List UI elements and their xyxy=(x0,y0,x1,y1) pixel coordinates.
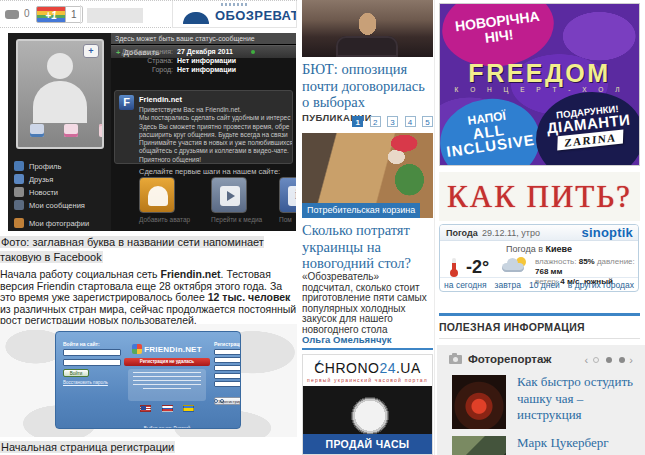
menu-item-news: Новости xyxy=(14,181,109,193)
camera-icon xyxy=(449,355,462,364)
menu-item-photos: Мои фотографии xyxy=(14,212,109,224)
photoreport-title: Фоторепортаж xyxy=(468,353,552,365)
register-password2-input xyxy=(214,381,241,387)
rubric-badge[interactable]: Потребительская корзина xyxy=(302,203,420,218)
tomorrow-link[interactable]: завтра xyxy=(495,280,521,290)
register-name-input xyxy=(214,349,241,355)
register-password-input xyxy=(214,373,241,379)
welcome-title: Friendin.net xyxy=(139,95,182,104)
weather-widget: Погода 29.12.11, утро sinoptik Погода в … xyxy=(439,224,639,292)
carousel-dot-3[interactable] xyxy=(619,357,625,363)
login-form: Войти на сайт: Войти Восстановить пароль xyxy=(63,341,121,385)
registration-center: FRIENDin.NET Регистрация не удалась Выбо… xyxy=(124,338,210,429)
status-message-bar: Здесь может быть ваше статус-сообщение xyxy=(111,33,296,45)
gender-radio-row xyxy=(214,389,241,395)
blue-divider-right xyxy=(439,313,640,316)
carousel-controls: ‹ › xyxy=(585,354,633,366)
page-4-button[interactable]: 4 xyxy=(405,116,416,127)
logo-globe-icon xyxy=(183,12,209,24)
menu-item-messages: Мои сообщения xyxy=(14,194,109,206)
weather-city-line: Погода в Киеве xyxy=(440,244,638,254)
weather-header: Погода 29.12.11, утро sinoptik xyxy=(440,225,638,241)
sell-watch-button[interactable]: ПРОДАЙ ЧАСЫ xyxy=(303,434,432,454)
page-1-button[interactable]: 1 xyxy=(352,116,363,127)
messages-icon xyxy=(14,200,24,210)
tea-cup-photo[interactable] xyxy=(452,375,506,429)
google-plusone-button[interactable]: +1 xyxy=(36,6,66,23)
site-logo[interactable]: ОБОЗРЕВАТ xyxy=(172,1,297,28)
drinks-circle: НАПОЇ ALL INCLUSIVE xyxy=(439,92,545,166)
welcome-text: Приветствуем Вас на Friendin.net. Мы пос… xyxy=(139,106,291,164)
add-avatar-tile-icon xyxy=(139,177,175,213)
carousel-next-arrow[interactable]: › xyxy=(629,354,633,366)
register-button: Зарегистрироваться xyxy=(214,397,241,405)
menu-item-profile: Профиль xyxy=(14,155,109,167)
photoreport-item-tea[interactable]: Как быстро остудить чашку чая – инструкц… xyxy=(517,374,639,424)
ua-flag-icon xyxy=(183,405,194,412)
media-tile-icon xyxy=(211,177,247,213)
column-separator xyxy=(434,0,435,455)
politician-photo[interactable] xyxy=(302,0,433,57)
screenshot-caption: Начальная страница регистрации xyxy=(0,440,297,455)
photoreport-header: Фоторепортаж ‹ › xyxy=(449,353,633,367)
logo-dots-decoration xyxy=(221,3,247,6)
chrono24-ad[interactable]: ✓ CHRONO24.UA первый украинский часовой … xyxy=(302,354,433,455)
useful-info-header: ПОЛЕЗНАЯ ИНФОРМАЦИЯ xyxy=(439,321,640,339)
login-password-input xyxy=(63,359,121,366)
comment-count[interactable]: 0 xyxy=(24,8,30,19)
registration-banner: Регистрация не удалась xyxy=(124,358,210,366)
carousel-prev-arrow[interactable]: ‹ xyxy=(585,354,589,366)
language-selector-label: Выбор языка: Русский xyxy=(124,426,210,429)
media-tile-label: Перейти к медиа xyxy=(211,216,263,224)
forgot-password-link: Восстановить пароль xyxy=(63,380,121,385)
register-surname-input xyxy=(214,357,241,363)
sinoptik-logo[interactable]: sinoptik xyxy=(582,225,633,240)
avatar-silhouette-body xyxy=(33,81,87,123)
photoreport-widget: Фоторепортаж ‹ › Как быстро остудить чаш… xyxy=(437,345,645,455)
other-cities-link[interactable]: в других городах xyxy=(568,280,634,290)
thermometer-icon xyxy=(452,258,456,273)
login-form-title: Войти на сайт: xyxy=(63,341,121,347)
page-3-button[interactable]: 3 xyxy=(387,116,398,127)
friendin-link[interactable]: Friendin.net xyxy=(160,268,220,280)
author-link[interactable]: Ольга Омельянчук xyxy=(302,334,391,345)
profile-menu: Профиль Друзья Новости Мои сообщения Мои… xyxy=(14,155,109,231)
friends-mini-icon xyxy=(64,124,78,137)
profile-sidebar: + Профиль Друзья Новости Мои сообщения М… xyxy=(8,33,111,231)
online-status-dot xyxy=(251,50,255,54)
carousel-dot-2[interactable] xyxy=(606,357,612,363)
article-summary: «Обозреватель» подсчитал, сколько стоит … xyxy=(302,272,431,335)
friendin-f-logo: F xyxy=(119,95,134,110)
page-5-button[interactable]: 5 xyxy=(422,116,433,127)
share-widget-placeholder[interactable] xyxy=(87,8,143,23)
first-steps-title: Сделайте первые шаги на нашем сайте: xyxy=(139,167,280,176)
zuckerberg-photo[interactable] xyxy=(452,436,506,455)
child-cooking-photo[interactable]: Потребительская корзина xyxy=(302,133,433,218)
city-link[interactable]: Киеве xyxy=(545,244,571,254)
welcome-message-card: F Friendin.net Приветствуем Вас на Frien… xyxy=(114,90,293,164)
add-avatar-icon: + xyxy=(83,44,99,58)
login-email-input xyxy=(63,349,121,356)
friendin-logo-text: FRIENDin.NET xyxy=(144,345,202,354)
us-flag-icon xyxy=(140,405,151,412)
menu-item-friends: Друзья xyxy=(14,168,109,180)
kak-pit-ad[interactable]: КАК ПИТЬ? xyxy=(439,172,640,221)
news-headline-elections[interactable]: БЮТ: оппозиция почти договорилась о выбо… xyxy=(302,61,433,111)
freedom-logo-subtitle: К О Н Ц Е Р Т - Х О Л xyxy=(440,86,639,93)
today-link[interactable]: на сегодня xyxy=(444,280,486,290)
photo-caption: Фото: заглавная буква в названии сети на… xyxy=(0,235,297,265)
page-2-button[interactable]: 2 xyxy=(370,116,381,127)
profile-mini-icon xyxy=(30,124,44,137)
rules-text-block xyxy=(128,369,206,401)
ten-days-link[interactable]: 10 дней xyxy=(529,280,560,290)
register-form-title: Регистрация: xyxy=(214,341,241,347)
photoreport-item-zuckerberg[interactable]: Марк Цукерберг заинтересовался xyxy=(517,435,639,455)
info-tile-icon xyxy=(279,177,296,213)
city-row: Город: Нет информации xyxy=(111,65,291,74)
comment-icon[interactable] xyxy=(5,10,19,19)
freedom-newyear-ad[interactable]: НОВОРІЧНА НІЧ! FREEДОМ К О Н Ц Е Р Т - Х… xyxy=(439,3,640,166)
kak-pit-text: КАК ПИТЬ? xyxy=(439,172,640,221)
register-email-input xyxy=(214,365,241,371)
news-headline-newyear-table[interactable]: Сколько потратят украинцы на новогодний … xyxy=(302,222,433,272)
carousel-dot-1[interactable] xyxy=(593,357,599,363)
